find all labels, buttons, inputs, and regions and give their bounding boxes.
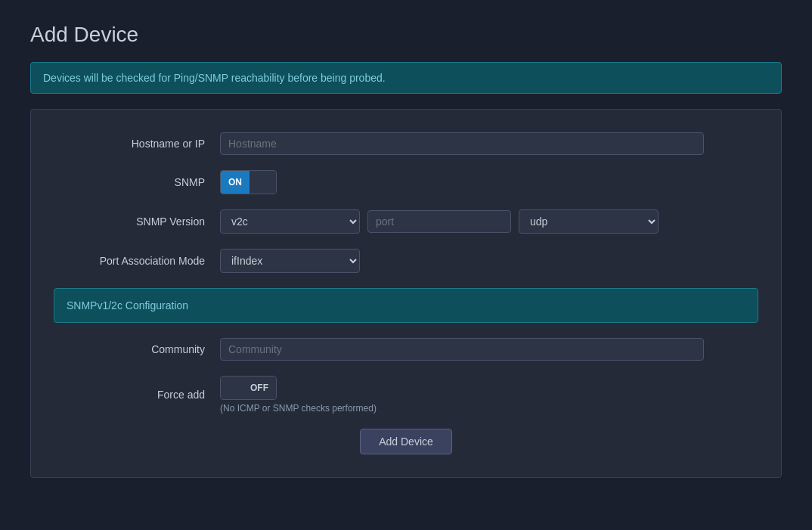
snmp-version-select[interactable]: v2c v1 v3 <box>220 209 360 234</box>
snmp-toggle-off-side <box>249 171 276 194</box>
community-input[interactable] <box>220 338 704 361</box>
force-add-label: Force add <box>54 389 220 401</box>
snmp-toggle[interactable]: ON <box>220 170 277 194</box>
port-assoc-select[interactable]: ifIndex ifName ifDescr ifAlias <box>220 249 360 273</box>
main-card: Hostname or IP SNMP ON SNMP Version v2c … <box>30 109 782 478</box>
snmp-label: SNMP <box>54 176 220 188</box>
force-add-toggle[interactable]: OFF <box>220 376 277 400</box>
udp-select[interactable]: udp tcp <box>519 209 659 234</box>
force-add-toggle-off-label: OFF <box>243 377 276 399</box>
snmp-version-controls: v2c v1 v3 udp tcp <box>220 209 659 234</box>
snmp-row: SNMP ON <box>54 170 758 194</box>
force-add-toggle-blank <box>221 377 243 399</box>
force-add-col: OFF (No ICMP or SNMP checks performed) <box>220 376 377 414</box>
info-banner: Devices will be checked for Ping/SNMP re… <box>30 62 782 94</box>
page-title: Add Device <box>30 23 782 47</box>
community-row: Community <box>54 338 758 361</box>
port-assoc-row: Port Association Mode ifIndex ifName ifD… <box>54 249 758 273</box>
port-assoc-label: Port Association Mode <box>54 255 220 267</box>
hostname-row: Hostname or IP <box>54 132 758 155</box>
add-device-button[interactable]: Add Device <box>360 429 452 454</box>
force-add-row: Force add OFF (No ICMP or SNMP checks pe… <box>54 376 758 414</box>
snmp-toggle-on-label: ON <box>221 171 249 194</box>
hostname-input[interactable] <box>220 132 704 155</box>
snmpv12c-section-label: SNMPv1/2c Configuration <box>67 299 188 311</box>
snmp-version-row: SNMP Version v2c v1 v3 udp tcp <box>54 209 758 234</box>
community-label: Community <box>54 343 220 355</box>
port-input[interactable] <box>367 210 511 233</box>
snmp-version-label: SNMP Version <box>54 215 220 228</box>
hostname-label: Hostname or IP <box>54 138 220 150</box>
banner-text: Devices will be checked for Ping/SNMP re… <box>43 72 386 84</box>
force-add-note: (No ICMP or SNMP checks performed) <box>220 403 377 414</box>
snmpv12c-section-header[interactable]: SNMPv1/2c Configuration <box>54 288 758 323</box>
